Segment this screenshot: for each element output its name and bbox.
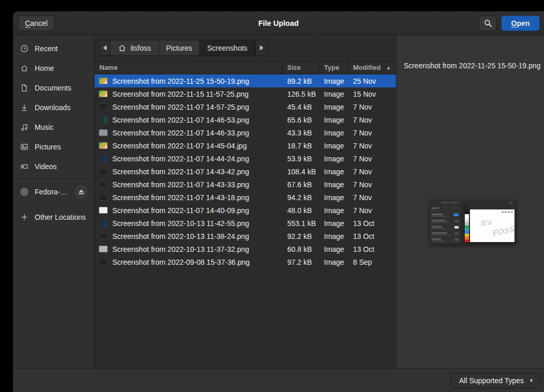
plus-icon <box>20 213 28 221</box>
sort-ascending-icon: ▲ <box>386 65 391 70</box>
file-type: Image <box>319 116 348 124</box>
action-bar: All Supported Types ▼ <box>13 368 544 392</box>
file-thumbnail-icon <box>99 181 108 188</box>
file-modified: 7 Nov <box>348 180 396 189</box>
breadcrumb: itsfossPicturesScreenshots <box>98 40 268 56</box>
file-name: Screenshot from 2022-09-08 15-37-36.png <box>112 258 249 266</box>
file-size: 45.4 kB <box>283 103 319 111</box>
thumbnail-handwriting-2: FOSS <box>491 225 516 238</box>
sidebar-item-recent[interactable]: Recent <box>13 39 94 58</box>
file-thumbnail-icon <box>99 129 108 136</box>
file-thumbnail-icon <box>99 207 108 214</box>
path-forward-button[interactable] <box>255 40 267 55</box>
breadcrumb-pictures[interactable]: Pictures <box>159 40 200 55</box>
file-row[interactable]: Screenshot from 2022-11-07 14-46-53.png6… <box>95 113 396 126</box>
breadcrumb-itsfoss[interactable]: itsfoss <box>111 40 159 55</box>
file-name: Screenshot from 2022-11-15 11-57-25.png <box>112 90 248 98</box>
search-icon <box>484 19 492 27</box>
column-header-modified[interactable]: Modified ▲ <box>348 62 396 73</box>
sidebar-separator <box>13 204 94 205</box>
download-icon <box>20 103 28 112</box>
file-row[interactable]: Screenshot from 2022-11-07 14-46-33.png4… <box>95 126 396 139</box>
file-size: 67.6 kB <box>283 180 319 189</box>
file-type: Image <box>319 219 348 228</box>
breadcrumb-screenshots[interactable]: Screenshots <box>200 40 255 55</box>
file-row[interactable]: Screenshot from 2022-11-07 14-40-09.png4… <box>95 204 396 217</box>
file-type: Image <box>319 90 348 98</box>
file-row[interactable]: Screenshot from 2022-11-25 15-50-19.png8… <box>95 74 396 87</box>
file-list: Screenshot from 2022-11-25 15-50-19.png8… <box>95 74 396 368</box>
file-row[interactable]: Screenshot from 2022-11-07 14-43-33.png6… <box>95 178 396 191</box>
eject-icon <box>78 189 84 195</box>
sidebar-item-label: Other Locations <box>35 213 86 221</box>
thumbnail-canvas-toolbar <box>469 205 516 209</box>
column-header-name[interactable]: Name <box>95 62 283 73</box>
file-type: Image <box>319 103 348 111</box>
file-row[interactable]: Screenshot from 2022-11-07 14-45-04.jpg1… <box>95 139 396 152</box>
column-header-type[interactable]: Type <box>319 62 348 73</box>
music-icon <box>20 123 28 131</box>
file-row[interactable]: Screenshot from 2022-10-13 11-42-55.png5… <box>95 217 396 230</box>
file-name: Screenshot from 2022-11-07 14-44-24.png <box>112 155 249 163</box>
thumbnail-canvas-buttons <box>502 211 513 213</box>
sidebar-item-label: Pictures <box>35 143 61 151</box>
cancel-button[interactable]: Cancel <box>18 16 54 31</box>
file-name: Screenshot from 2022-10-13 11-38-24.png <box>112 232 249 240</box>
file-modified: 7 Nov <box>348 168 396 176</box>
file-row[interactable]: Screenshot from 2022-11-07 14-44-24.png5… <box>95 152 396 165</box>
file-type: Image <box>319 77 348 85</box>
file-type: Image <box>319 193 348 202</box>
file-modified: 7 Nov <box>348 116 396 124</box>
file-row[interactable]: Screenshot from 2022-11-07 14-57-25.png4… <box>95 100 396 113</box>
sidebar-item-label: Music <box>35 123 54 131</box>
file-size: 48.0 kB <box>283 206 319 215</box>
file-row[interactable]: Screenshot from 2022-10-13 11-37-32.png6… <box>95 243 396 255</box>
sidebar-item-label: Recent <box>35 44 57 53</box>
sidebar-item-music[interactable]: Music <box>13 117 94 137</box>
sidebar-item-pictures[interactable]: Pictures <box>13 137 94 157</box>
breadcrumb-label: itsfoss <box>130 44 151 52</box>
file-thumbnail-icon <box>99 103 108 110</box>
file-size: 18.7 kB <box>283 142 319 150</box>
dropdown-arrow-icon: ▼ <box>529 378 534 383</box>
file-size: 43.3 kB <box>283 129 319 137</box>
sidebar-separator <box>13 179 94 179</box>
file-size: 126.5 kB <box>283 90 319 98</box>
sidebar-item-other-locations[interactable]: Other Locations <box>13 207 94 227</box>
search-button[interactable] <box>479 16 497 31</box>
sidebar-item-label: Fedora-… <box>35 188 67 196</box>
file-type-filter-dropdown[interactable]: All Supported Types ▼ <box>450 373 540 388</box>
file-name: Screenshot from 2022-11-07 14-40-09.png <box>112 206 249 215</box>
video-icon <box>20 162 28 171</box>
preview-filename: Screenshot from 2022-11-25 15-50-19.png <box>404 62 544 70</box>
file-row[interactable]: Screenshot from 2022-10-13 11-38-24.png9… <box>95 230 396 243</box>
file-name: Screenshot from 2022-10-13 11-42-55.png <box>112 219 249 228</box>
file-thumbnail-icon <box>99 155 108 162</box>
sidebar-item-videos[interactable]: Videos <box>13 157 94 176</box>
column-header-size[interactable]: Size <box>283 62 319 73</box>
thumbnail-handwriting-1: It's <box>480 218 492 227</box>
path-back-button[interactable] <box>99 40 111 55</box>
file-modified: 25 Nov <box>348 77 396 85</box>
file-name: Screenshot from 2022-11-07 14-45-04.jpg <box>112 142 247 150</box>
dialog-body: RecentHomeDocumentsDownloadsMusicPicture… <box>13 36 544 368</box>
open-button[interactable]: Open <box>501 16 540 31</box>
file-modified: 13 Oct <box>348 232 396 240</box>
file-row[interactable]: Screenshot from 2022-09-08 15-37-36.png9… <box>95 255 396 268</box>
file-row[interactable]: Screenshot from 2022-11-07 14-43-42.png1… <box>95 165 396 178</box>
file-thumbnail-icon <box>99 91 108 97</box>
file-size: 60.8 kB <box>283 245 319 253</box>
file-thumbnail-icon <box>99 259 108 265</box>
file-name: Screenshot from 2022-11-07 14-46-53.png <box>112 116 249 124</box>
places-sidebar: RecentHomeDocumentsDownloadsMusicPicture… <box>13 36 95 368</box>
eject-button[interactable] <box>75 185 88 199</box>
file-size: 89.2 kB <box>283 77 319 85</box>
file-modified: 15 Nov <box>348 90 396 98</box>
file-row[interactable]: Screenshot from 2022-11-07 14-43-18.png9… <box>95 191 396 204</box>
home-icon <box>118 44 126 52</box>
sidebar-item-downloads[interactable]: Downloads <box>13 98 94 117</box>
sidebar-item-documents[interactable]: Documents <box>13 78 94 98</box>
file-row[interactable]: Screenshot from 2022-11-15 11-57-25.png1… <box>95 87 396 100</box>
sidebar-item-home[interactable]: Home <box>13 58 94 78</box>
sidebar-item-fedora[interactable]: Fedora-… <box>13 182 94 202</box>
